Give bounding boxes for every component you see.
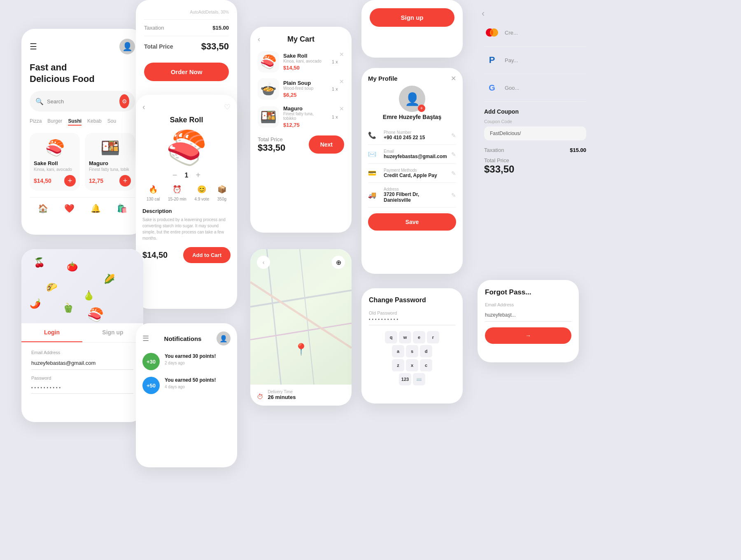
sake-roll-add-button[interactable]: + — [64, 175, 76, 187]
keyboard-row-1: q w e r — [369, 331, 455, 343]
cart-plain-soup-remove-button[interactable]: ✕ — [339, 78, 344, 85]
key-c[interactable]: c — [420, 359, 432, 371]
cart-total-info: Total Price $33,50 — [258, 136, 285, 153]
avatar[interactable]: 👤 — [119, 39, 135, 54]
map-roads-svg — [250, 249, 352, 406]
key-emoji[interactable]: ⌨️ — [413, 373, 425, 385]
maguro-price-row: 12,75 + — [89, 175, 131, 187]
signup-button[interactable]: Sign up — [370, 8, 454, 27]
coupon-total-label: Total Price — [484, 157, 586, 163]
qty-increase-button[interactable]: + — [196, 170, 200, 180]
email-value: huzeyfebastas@gmail.com — [384, 154, 447, 159]
key-e[interactable]: e — [413, 331, 425, 343]
email-input[interactable] — [31, 357, 133, 370]
profile-close-icon[interactable]: ✕ — [451, 75, 456, 82]
category-burger[interactable]: Burger — [47, 118, 62, 126]
fire-icon: 🔥 — [147, 185, 160, 194]
corn-icon: 🌽 — [104, 274, 115, 285]
map-back-button[interactable]: ‹ — [257, 256, 270, 269]
category-sushi[interactable]: Sushi — [68, 118, 82, 126]
notif-50-content: You earned 50 points! 4 days ago — [165, 377, 216, 389]
maguro-add-button[interactable]: + — [119, 175, 131, 187]
map-target-button[interactable]: ⊕ — [332, 256, 345, 269]
forgot-send-button[interactable]: → — [485, 327, 571, 344]
delivery-clock-icon: ⏱ — [257, 393, 263, 400]
payment-edit-icon[interactable]: ✎ — [451, 170, 456, 177]
address-edit-icon[interactable]: ✎ — [451, 192, 456, 198]
nav-notifications-icon[interactable]: 🔔 — [91, 203, 101, 213]
category-pizza[interactable]: Pizza — [30, 118, 42, 126]
cart-sake-roll-remove-button[interactable]: ✕ — [339, 51, 344, 58]
login-form: Email Address Password •••••••••• — [21, 343, 143, 407]
forgot-email-input[interactable] — [485, 309, 571, 322]
nav-home-icon[interactable]: 🏠 — [38, 203, 48, 213]
key-a[interactable]: a — [392, 345, 404, 357]
keyboard-row-num: 123 ⌨️ — [369, 373, 455, 385]
filter-button[interactable]: ⚙ — [119, 94, 129, 108]
key-s[interactable]: s — [406, 345, 418, 357]
cart-sake-roll-name: Sake Roll — [283, 53, 328, 59]
google-logo: G — [484, 80, 500, 96]
key-r[interactable]: r — [427, 331, 439, 343]
cart-maguro-info: Maguro Finest fatty tuna, tobikko $12,75 — [283, 105, 328, 128]
hamburger-icon[interactable]: ☰ — [30, 42, 37, 51]
key-d[interactable]: d — [420, 345, 432, 357]
panel-back-icon[interactable]: ‹ — [482, 8, 485, 19]
time-label: 15-20 min — [168, 197, 186, 201]
food-item-maguro[interactable]: 🍱 Maguro Finest fatty tuna, tobik 12,75 … — [85, 133, 135, 191]
key-q[interactable]: q — [385, 331, 397, 343]
save-button[interactable]: Save — [368, 213, 456, 231]
coupon-total-price: $33,50 — [484, 163, 586, 175]
search-input[interactable] — [47, 98, 116, 105]
payment-mastercard-row[interactable]: Cre... — [484, 19, 586, 47]
email-edit-icon[interactable]: ✎ — [451, 151, 456, 158]
add-to-cart-button[interactable]: Add to Cart — [183, 247, 231, 263]
notif-30-content: You earned 30 points! 2 days ago — [165, 353, 216, 365]
key-w[interactable]: w — [399, 331, 411, 343]
total-price: $33,50 — [201, 41, 229, 52]
divider2 — [144, 36, 229, 36]
sake-roll-sub: Kinoa, kani, avocado — [34, 167, 76, 172]
nav-favorites-icon[interactable]: ❤️ — [64, 203, 75, 213]
cart-maguro-price: $12,75 — [283, 122, 328, 128]
taxation-display-row: Taxation $15.00 — [484, 147, 586, 153]
detail-header: ‹ ♡ — [142, 102, 231, 112]
email-label: Email — [384, 149, 447, 154]
qty-decrease-button[interactable]: − — [172, 170, 177, 180]
key-123[interactable]: 123 — [399, 373, 411, 385]
mastercard-label: Cre... — [505, 30, 518, 36]
next-button[interactable]: Next — [309, 135, 344, 154]
vote-label: 4.9 vote — [194, 197, 209, 201]
payment-paypal-row[interactable]: P Pay... — [484, 47, 586, 74]
payment-methods-list: Cre... P Pay... G Goo... — [478, 19, 593, 102]
payment-google-row[interactable]: G Goo... — [484, 74, 586, 102]
signup-tab[interactable]: Sign up — [82, 323, 143, 342]
phone-edit-icon[interactable]: ✎ — [451, 132, 456, 139]
svg-line-0 — [267, 249, 283, 406]
cart-back-icon[interactable]: ‹ — [258, 35, 260, 44]
cart-plain-soup-qty: 1 x — [332, 86, 344, 91]
profile-avatar-plus-icon[interactable]: + — [418, 105, 425, 112]
coupon-code-input[interactable] — [490, 131, 580, 136]
favorite-icon[interactable]: ♡ — [224, 103, 231, 112]
category-soup[interactable]: Sou — [107, 118, 116, 126]
login-tab[interactable]: Login — [21, 323, 82, 342]
food-info-pills: 🔥 130 cal ⏰ 15-20 min 😊 4.9 vote 📦 350g — [142, 185, 231, 202]
category-tabs: Pizza Burger Sushi Kebab Sou — [30, 118, 135, 126]
order-now-button[interactable]: Order Now — [144, 63, 229, 81]
key-x[interactable]: x — [406, 359, 418, 371]
old-password-input[interactable]: •••••••••• — [369, 317, 455, 325]
food-item-sake-roll[interactable]: 🍣 Sake Roll Kinoa, kani, avocado $14,50 … — [30, 133, 80, 191]
signup-card: Sign up — [361, 0, 463, 58]
cart-maguro-remove-button[interactable]: ✕ — [339, 105, 344, 112]
key-z[interactable]: z — [392, 359, 404, 371]
notification-item-50pts: +50 You earned 50 points! 4 days ago — [142, 377, 231, 394]
password-input[interactable]: •••••••••• — [31, 382, 133, 394]
nav-cart-icon[interactable]: 🛍️ — [117, 203, 127, 213]
back-icon[interactable]: ‹ — [142, 102, 145, 112]
profile-address-content: Address 3720 Filbert Dr, Danielsville — [384, 187, 447, 203]
category-kebab[interactable]: Kebab — [87, 118, 102, 126]
tomato-icon: 🍅 — [67, 261, 78, 272]
cart-sake-roll-sub: Kinoa, kani, avocado — [283, 59, 328, 63]
hamburger-icon[interactable]: ☰ — [142, 334, 149, 343]
